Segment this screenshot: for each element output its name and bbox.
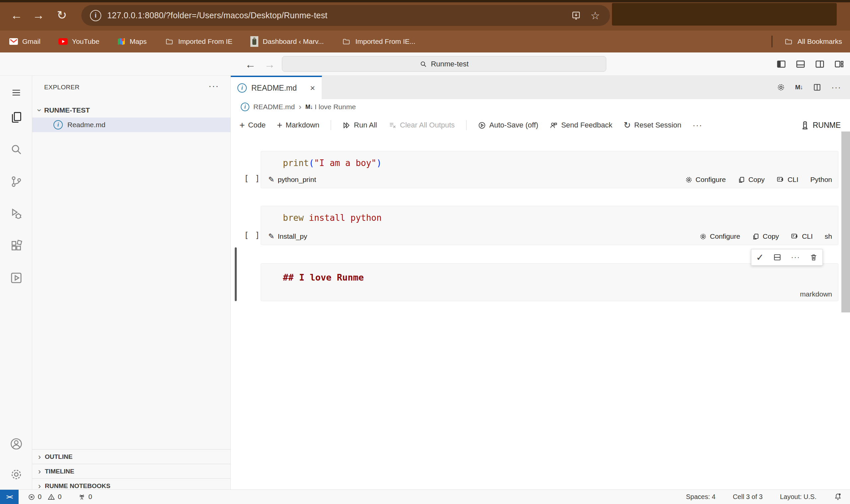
markdown-cell[interactable]: ## I love Runme markdown <box>261 263 838 301</box>
split-editor-icon[interactable] <box>813 83 821 92</box>
extensions-icon[interactable] <box>0 236 32 255</box>
all-bookmarks-button[interactable]: All Bookmarks <box>784 37 842 46</box>
toggle-primary-sidebar-icon[interactable] <box>776 59 786 69</box>
runme-panel-icon[interactable] <box>0 268 32 288</box>
configure-button[interactable]: Configure <box>685 176 726 184</box>
delete-cell-trash-icon[interactable] <box>810 253 818 262</box>
add-markdown-button[interactable]: + Markdown <box>277 120 320 130</box>
install-app-icon[interactable] <box>571 11 581 21</box>
run-all-icon <box>342 121 350 129</box>
command-center-search[interactable]: Runme-test <box>282 56 606 72</box>
bookmark-imported-from-ie-2[interactable]: Imported From IE... <box>342 37 415 46</box>
notifications-bell-icon[interactable] <box>834 493 842 501</box>
notebook-settings-gear-icon[interactable] <box>777 83 785 92</box>
section-timeline[interactable]: › TIMELINE <box>32 464 231 479</box>
open-markdown-preview-icon[interactable]: M↓ <box>795 84 803 91</box>
youtube-icon <box>58 38 68 45</box>
chevron-right-icon: › <box>38 452 41 462</box>
menu-icon[interactable] <box>0 83 32 102</box>
history-back-button[interactable]: ← <box>243 57 258 72</box>
configure-button[interactable]: Configure <box>699 232 740 240</box>
forward-icon: → <box>33 8 44 22</box>
runme-file-icon: i <box>241 103 249 111</box>
code-line[interactable]: print("I am a boy") <box>283 158 381 168</box>
toolbar-divider <box>466 120 467 130</box>
problems-indicator[interactable]: 0 0 <box>28 493 61 501</box>
breadcrumb-file[interactable]: README.md <box>253 103 295 111</box>
tree-root-runme-test[interactable]: › RUNME-TEST <box>32 103 231 118</box>
cell-language-label: markdown <box>800 290 832 298</box>
code-cell-python-print[interactable]: print("I am a boy") ✎ python_print Confi… <box>261 151 838 188</box>
explorer-icon[interactable] <box>0 108 32 127</box>
reset-session-button[interactable]: ↻ Reset Session <box>623 120 681 130</box>
browser-back-button[interactable]: ← <box>7 6 26 24</box>
cell-language-label: sh <box>825 232 832 240</box>
toggle-secondary-sidebar-icon[interactable] <box>815 59 825 69</box>
cell-more-actions[interactable]: ··· <box>791 253 800 262</box>
browser-reload-button[interactable]: ↻ <box>52 6 71 24</box>
editor-scrollbar[interactable] <box>842 131 850 312</box>
bookmark-dashboard[interactable]: Dashboard ‹ Marv... <box>250 36 324 47</box>
auto-save-button[interactable]: Auto-Save (off) <box>478 121 539 129</box>
copy-button[interactable]: Copy <box>752 232 779 240</box>
explorer-header: EXPLORER <box>44 84 80 91</box>
cell-name-button[interactable]: ✎ python_print <box>268 175 316 184</box>
tab-bar: i README.md × M↓ ··· <box>231 76 850 99</box>
toggle-panel-icon[interactable] <box>796 59 806 69</box>
cli-button[interactable]: CLI <box>791 232 813 240</box>
code-line[interactable]: brew install python <box>283 213 381 223</box>
section-outline[interactable]: › OUTLINE <box>32 449 231 464</box>
toolbar-more-actions[interactable]: ··· <box>693 121 703 130</box>
code-cell-install-py[interactable]: brew install python ✎ Install_py Configu… <box>261 206 838 245</box>
cell-position-status[interactable]: Cell 3 of 3 <box>733 493 763 501</box>
toolbar-divider <box>331 120 331 130</box>
split-cell-icon[interactable] <box>773 253 782 262</box>
reset-icon: ↻ <box>623 120 631 130</box>
bookmark-star-icon[interactable]: ☆ <box>590 9 600 22</box>
settings-gear-icon[interactable] <box>0 465 32 484</box>
markdown-source-text[interactable]: ## I love Runme <box>283 272 364 283</box>
site-info-icon[interactable]: i <box>90 10 101 21</box>
pencil-icon: ✎ <box>268 175 274 184</box>
editor-area: i README.md × M↓ ··· i README.md › M↓ I … <box>231 76 850 489</box>
forwarded-ports-indicator[interactable]: 0 <box>78 493 92 501</box>
indentation-status[interactable]: Spaces: 4 <box>686 493 716 501</box>
copy-button[interactable]: Copy <box>738 176 765 184</box>
run-debug-icon[interactable] <box>0 204 32 223</box>
bookmarks-bar: Gmail YouTube Maps Imported From IE Dash… <box>0 31 850 52</box>
search-sidebar-icon[interactable] <box>0 140 32 159</box>
accounts-icon[interactable] <box>0 434 32 453</box>
feedback-person-icon <box>549 121 558 129</box>
window-top-edge <box>0 0 850 2</box>
cell-name-button[interactable]: ✎ Install_py <box>268 232 307 241</box>
confirm-check-icon[interactable]: ✓ <box>756 252 764 263</box>
history-forward-button[interactable]: → <box>262 57 277 72</box>
bookmark-maps[interactable]: Maps <box>117 37 146 46</box>
explorer-sidebar: EXPLORER ··· › RUNME-TEST i Readme.md › … <box>32 76 231 489</box>
run-all-button[interactable]: Run All <box>342 121 377 129</box>
close-tab-icon[interactable]: × <box>310 83 315 93</box>
bookmark-youtube[interactable]: YouTube <box>58 37 100 46</box>
notebook-cells-area: [ ] print("I am a boy") ✎ python_print C… <box>231 136 850 489</box>
explorer-more-actions[interactable]: ··· <box>209 81 219 91</box>
editor-more-actions[interactable]: ··· <box>831 83 842 92</box>
remote-indicator[interactable]: >< <box>0 490 19 504</box>
keyboard-layout-status[interactable]: Layout: U.S. <box>780 493 816 501</box>
add-code-button[interactable]: + Code <box>239 120 266 130</box>
tab-readme[interactable]: i README.md × <box>231 76 322 99</box>
browser-forward-button[interactable]: → <box>29 6 48 24</box>
tree-item-readme[interactable]: i Readme.md <box>32 118 231 132</box>
bookmark-imported-from-ie[interactable]: Imported From IE <box>165 37 232 46</box>
url-text[interactable]: 127.0.0.1:8080/?folder=/Users/macos/Desk… <box>107 11 327 20</box>
breadcrumb-heading[interactable]: I love Runme <box>315 103 356 111</box>
search-value: Runme-test <box>431 60 469 68</box>
address-bar[interactable]: i 127.0.0.1:8080/?folder=/Users/macos/De… <box>82 5 610 26</box>
cli-button[interactable]: CLI <box>777 176 798 184</box>
send-feedback-button[interactable]: Send Feedback <box>549 121 612 129</box>
source-control-icon[interactable] <box>0 172 32 191</box>
bookmark-gmail[interactable]: Gmail <box>9 37 40 46</box>
copy-icon <box>738 176 745 184</box>
customize-layout-icon[interactable] <box>834 59 844 69</box>
runme-file-icon: i <box>237 83 247 93</box>
execution-order-placeholder: [ ] <box>244 231 260 240</box>
